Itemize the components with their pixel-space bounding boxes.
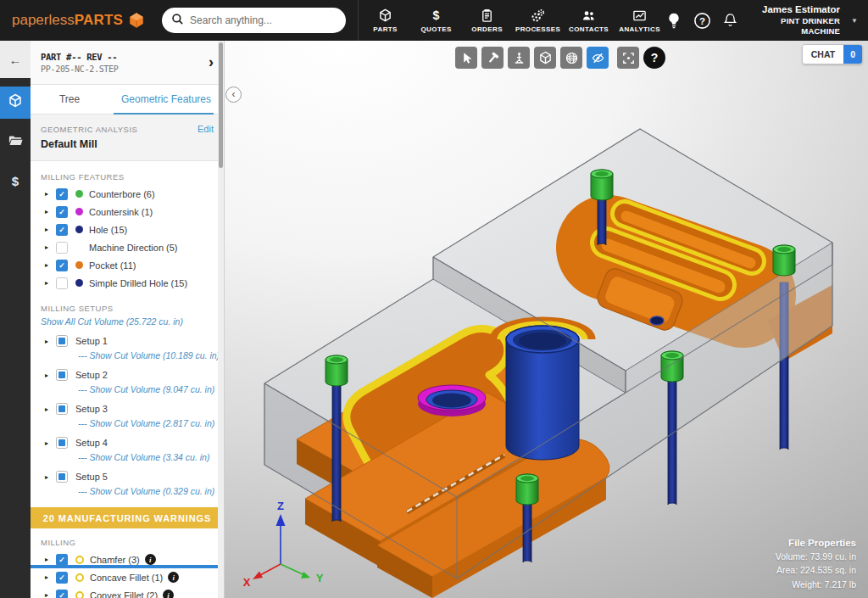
nav-analytics[interactable]: ANALYTICS — [615, 0, 665, 41]
expand-arrow-icon[interactable] — [45, 338, 56, 345]
feature-row-simple-drilled-hole: Simple Drilled Hole (15) — [31, 274, 224, 292]
show-cut-volume-link[interactable]: --- Show Cut Volume (10.189 cu. in) — [78, 350, 224, 360]
feature-checkbox[interactable] — [56, 224, 68, 236]
collapse-panel-button[interactable] — [225, 87, 242, 103]
nav-quotes[interactable]: $ QUOTES — [411, 0, 462, 41]
info-icon[interactable] — [168, 572, 179, 583]
warning-row-convex-fillet: Convex Fillet (2) — [31, 586, 224, 598]
global-search[interactable] — [162, 8, 346, 33]
show-cut-volume-link[interactable]: --- Show Cut Volume (0.329 cu. in) — [78, 486, 224, 496]
show-all-cut-volume-link[interactable]: Show All Cut Volume (25.722 cu. in) — [41, 316, 224, 327]
part-file-name: PP-205-NC-2.STEP — [41, 64, 119, 74]
nav-processes[interactable]: PROCESSES — [513, 0, 564, 41]
expand-arrow-icon[interactable] — [45, 226, 56, 233]
hide-features-button[interactable] — [587, 47, 609, 69]
user-organization: PINT DRINKER MACHINE — [749, 16, 840, 37]
cube-view-button[interactable] — [534, 47, 556, 69]
file-volume: Volume: 73.99 cu. in — [776, 550, 856, 563]
user-name: James Estimator — [749, 3, 840, 16]
show-cut-volume-link[interactable]: --- Show Cut Volume (9.047 cu. in) — [78, 384, 224, 394]
feature-checkbox[interactable] — [56, 206, 68, 218]
expand-arrow-icon[interactable] — [45, 556, 56, 563]
feature-checkbox[interactable] — [56, 277, 68, 289]
setup-checkbox[interactable] — [56, 369, 68, 381]
drilled-hole-dot — [650, 316, 664, 325]
warning-checkbox[interactable] — [56, 554, 68, 566]
feature-checkbox[interactable] — [56, 242, 68, 254]
nav-parts[interactable]: PARTS — [360, 0, 411, 41]
show-cut-volume-link[interactable]: --- Show Cut Volume (3.34 cu. in) — [78, 452, 224, 462]
edit-analysis-link[interactable]: Edit — [198, 124, 214, 134]
expand-arrow-icon[interactable] — [45, 573, 56, 581]
setup-label: Setup 1 — [75, 336, 108, 346]
expand-arrow-icon[interactable] — [45, 473, 56, 481]
help-icon[interactable]: ? — [693, 12, 711, 30]
analysis-heading: GEOMETRIC ANALYSIS — [41, 125, 137, 134]
viewer-3d: CHAT 0 Z X Y File Properties Volume: 73.… — [225, 41, 868, 598]
chevron-down-icon[interactable] — [851, 16, 858, 25]
bell-icon[interactable] — [722, 12, 738, 29]
info-icon[interactable] — [163, 590, 174, 598]
tab-tree[interactable]: Tree — [31, 85, 108, 114]
chat-count-badge: 0 — [843, 45, 862, 64]
axis-x-label: X — [243, 576, 251, 589]
panel-scrollbar[interactable] — [218, 41, 224, 598]
feature-label: Simple Drilled Hole (15) — [89, 278, 187, 288]
nav-label: CONTACTS — [569, 25, 609, 33]
feature-color-dot — [75, 226, 83, 233]
warning-checkbox[interactable] — [56, 572, 68, 584]
manufacturing-warnings-banner[interactable]: 20 MANUFACTURING WARNINGS — [31, 507, 224, 528]
setup-checkbox[interactable] — [56, 471, 68, 483]
rail-pricing-tab[interactable] — [0, 165, 31, 197]
nav-orders[interactable]: ORDERS — [462, 0, 513, 41]
expand-arrow-icon[interactable] — [45, 261, 56, 269]
expand-arrow-icon[interactable] — [45, 243, 56, 251]
feature-row-pocket: Pocket (11) — [31, 256, 224, 274]
expand-arrow-icon[interactable] — [45, 279, 56, 287]
scrollbar-thumb[interactable] — [219, 42, 223, 168]
globe-view-button[interactable] — [560, 47, 582, 69]
expand-arrow-icon[interactable] — [45, 190, 56, 198]
tools-button[interactable] — [481, 47, 504, 69]
logo-text-bold: PARTS — [75, 12, 123, 29]
geometric-analysis-block: GEOMETRIC ANALYSIS Edit Default Mill — [31, 115, 224, 161]
show-cut-volume-link[interactable]: --- Show Cut Volume (2.817 cu. in) — [78, 418, 224, 428]
nav-contacts[interactable]: CONTACTS — [564, 0, 615, 41]
expand-arrow-icon[interactable] — [45, 591, 56, 598]
machine-button[interactable] — [508, 47, 530, 69]
focus-view-button[interactable] — [617, 47, 639, 69]
feature-row-machine-direction: Machine Direction (5) — [31, 238, 224, 256]
info-icon[interactable] — [145, 554, 156, 565]
rail-part-viewer-tab[interactable] — [0, 87, 31, 119]
nav-label: ORDERS — [471, 25, 503, 33]
feature-checkbox[interactable] — [56, 260, 68, 271]
feature-checkbox[interactable] — [56, 188, 68, 200]
rail-files-tab[interactable] — [0, 126, 31, 158]
tab-geometric-features[interactable]: Geometric Features — [108, 85, 224, 114]
file-weight: Weight: 7.217 lb — [776, 578, 856, 591]
people-icon — [581, 8, 596, 23]
panel-bottom-accent — [31, 565, 224, 568]
chat-button[interactable]: CHAT 0 — [802, 44, 863, 64]
feature-row-countersink: Countersink (1) — [31, 203, 224, 221]
app-logo[interactable]: paperlessPARTS — [12, 12, 145, 29]
cursor-tool-button[interactable] — [455, 47, 477, 69]
viewer-help-button[interactable] — [643, 47, 665, 69]
lightbulb-icon[interactable] — [665, 12, 682, 30]
warning-checkbox[interactable] — [56, 590, 68, 598]
setup-checkbox[interactable] — [56, 437, 68, 449]
nav-label: PARTS — [373, 25, 398, 33]
part-header[interactable]: PART #-- REV -- PP-205-NC-2.STEP — [31, 41, 224, 85]
feature-color-dot — [75, 279, 83, 287]
expand-arrow-icon[interactable] — [45, 372, 56, 379]
setup-checkbox[interactable] — [56, 403, 68, 415]
expand-arrow-icon[interactable] — [45, 208, 56, 215]
search-input[interactable] — [190, 14, 337, 26]
chevron-right-icon — [209, 53, 214, 71]
expand-arrow-icon[interactable] — [45, 405, 56, 413]
back-button[interactable] — [0, 41, 31, 78]
file-properties-title: File Properties — [776, 538, 856, 548]
setup-checkbox[interactable] — [56, 335, 68, 347]
expand-arrow-icon[interactable] — [45, 439, 56, 447]
user-menu[interactable]: James Estimator PINT DRINKER MACHINE — [749, 3, 840, 37]
